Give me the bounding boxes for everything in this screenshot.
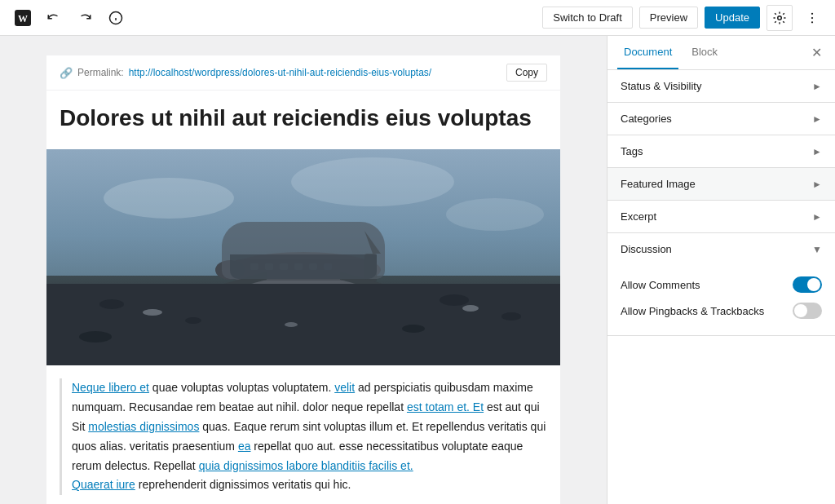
redo-button[interactable] <box>72 5 98 31</box>
svg-rect-22 <box>265 263 273 270</box>
svg-point-28 <box>99 299 124 309</box>
featured-image-label: Featured Image <box>621 178 696 190</box>
settings-button[interactable] <box>767 5 793 31</box>
content-text-1: quae voluptas voluptas voluptatem. <box>152 381 331 394</box>
content-link-2[interactable]: velit <box>334 381 355 394</box>
allow-pingbacks-label: Allow Pingbacks & Trackbacks <box>621 305 764 317</box>
svg-point-13 <box>446 198 544 231</box>
excerpt-label: Excerpt <box>621 210 656 223</box>
discussion-chevron: ▼ <box>812 244 822 255</box>
discussion-header[interactable]: Discussion ▼ <box>607 233 835 265</box>
svg-point-12 <box>291 157 454 206</box>
copy-permalink-button[interactable]: Copy <box>506 64 547 82</box>
permalink-label: Permalink: <box>77 67 124 78</box>
excerpt-header[interactable]: Excerpt ► <box>607 201 835 232</box>
svg-point-29 <box>185 317 201 324</box>
section-categories: Categories ► <box>607 103 835 135</box>
allow-pingbacks-knob <box>794 304 807 317</box>
svg-rect-17 <box>364 254 377 282</box>
main-area: 🔗 Permalink: http://localhost/wordpress/… <box>0 36 835 504</box>
sidebar: Document Block ✕ Status & Visibility ► C… <box>607 36 835 504</box>
allow-comments-toggle[interactable] <box>793 276 822 293</box>
section-status-visibility: Status & Visibility ► <box>607 70 835 103</box>
allow-pingbacks-row: Allow Pingbacks & Trackbacks <box>621 298 822 324</box>
svg-point-16 <box>215 260 245 280</box>
discussion-label: Discussion <box>621 243 672 255</box>
svg-point-6 <box>811 12 813 14</box>
svg-point-35 <box>285 322 298 327</box>
link-icon: 🔗 <box>60 67 73 79</box>
allow-comments-row: Allow Comments <box>621 272 822 298</box>
content-link-1[interactable]: Neque libero et <box>72 381 149 394</box>
editor-area: 🔗 Permalink: http://localhost/wordpress/… <box>0 36 607 504</box>
undo-button[interactable] <box>41 5 67 31</box>
featured-image-header[interactable]: Featured Image ► <box>607 168 835 200</box>
more-options-button[interactable] <box>799 5 825 31</box>
section-tags: Tags ► <box>607 135 835 168</box>
top-toolbar: W Switch to Draft Preview Update <box>0 0 835 36</box>
section-featured-image: Featured Image ► <box>607 168 835 201</box>
section-excerpt: Excerpt ► <box>607 201 835 233</box>
switch-draft-button[interactable]: Switch to Draft <box>542 7 633 29</box>
tab-document[interactable]: Document <box>617 36 678 69</box>
wp-logo-button[interactable]: W <box>10 5 36 31</box>
svg-marker-18 <box>364 231 381 254</box>
svg-rect-15 <box>230 259 377 281</box>
svg-point-5 <box>778 15 782 20</box>
featured-image-chevron: ► <box>812 179 822 190</box>
svg-rect-23 <box>280 263 288 270</box>
sidebar-tabs: Document Block ✕ <box>607 36 835 70</box>
tags-header[interactable]: Tags ► <box>607 135 835 167</box>
sidebar-close-button[interactable]: ✕ <box>808 42 825 64</box>
svg-point-33 <box>402 325 425 333</box>
svg-rect-25 <box>309 263 317 270</box>
allow-comments-label: Allow Comments <box>621 279 700 291</box>
info-button[interactable] <box>103 5 129 31</box>
svg-point-8 <box>811 21 813 23</box>
svg-text:W: W <box>18 13 28 24</box>
status-visibility-header[interactable]: Status & Visibility ► <box>607 70 835 102</box>
permalink-url[interactable]: http://localhost/wordpress/dolores-ut-ni… <box>129 67 501 78</box>
toolbar-left: W <box>10 5 536 31</box>
content-link-5[interactable]: ea <box>238 440 251 453</box>
svg-point-11 <box>104 178 234 219</box>
post-image <box>46 149 560 365</box>
status-visibility-chevron: ► <box>812 81 822 92</box>
allow-comments-knob <box>807 278 820 291</box>
update-button[interactable]: Update <box>705 7 760 29</box>
svg-point-34 <box>143 309 162 316</box>
tags-chevron: ► <box>812 146 822 157</box>
tags-label: Tags <box>621 145 643 157</box>
svg-rect-24 <box>294 263 303 270</box>
post-card: 🔗 Permalink: http://localhost/wordpress/… <box>46 55 560 504</box>
svg-point-36 <box>462 305 479 312</box>
excerpt-chevron: ► <box>812 211 822 223</box>
section-discussion: Discussion ▼ Allow Comments Allow Pingba… <box>607 233 835 336</box>
categories-header[interactable]: Categories ► <box>607 103 835 135</box>
preview-button[interactable]: Preview <box>639 7 698 29</box>
svg-rect-27 <box>46 284 560 365</box>
content-link-4[interactable]: molestias dignissimos <box>88 420 199 433</box>
permalink-bar: 🔗 Permalink: http://localhost/wordpress/… <box>46 55 560 91</box>
post-title[interactable]: Dolores ut nihil aut reiciendis eius vol… <box>60 104 547 133</box>
svg-point-32 <box>79 331 112 343</box>
content-link-7[interactable]: Quaerat iure <box>72 478 135 491</box>
post-content[interactable]: Neque libero et quae voluptas voluptas v… <box>60 378 547 495</box>
allow-pingbacks-toggle[interactable] <box>793 303 822 319</box>
status-visibility-label: Status & Visibility <box>621 80 701 92</box>
svg-point-30 <box>440 294 469 306</box>
categories-label: Categories <box>621 113 672 125</box>
content-text-6: reprehenderit dignissimos veritatis qui … <box>135 478 351 491</box>
svg-point-7 <box>811 16 813 18</box>
categories-chevron: ► <box>812 113 822 125</box>
content-link-3[interactable]: est totam et. Et <box>407 400 484 413</box>
tab-block[interactable]: Block <box>685 36 724 69</box>
featured-image-block[interactable] <box>46 149 560 365</box>
toolbar-right: Switch to Draft Preview Update <box>542 5 825 31</box>
post-title-area: Dolores ut nihil aut reiciendis eius vol… <box>46 91 560 149</box>
discussion-content: Allow Comments Allow Pingbacks & Trackba… <box>607 265 835 335</box>
svg-rect-21 <box>250 263 258 270</box>
svg-point-31 <box>501 312 521 321</box>
svg-rect-26 <box>324 263 332 270</box>
content-link-6[interactable]: quia dignissimos labore blanditiis facil… <box>199 459 413 472</box>
